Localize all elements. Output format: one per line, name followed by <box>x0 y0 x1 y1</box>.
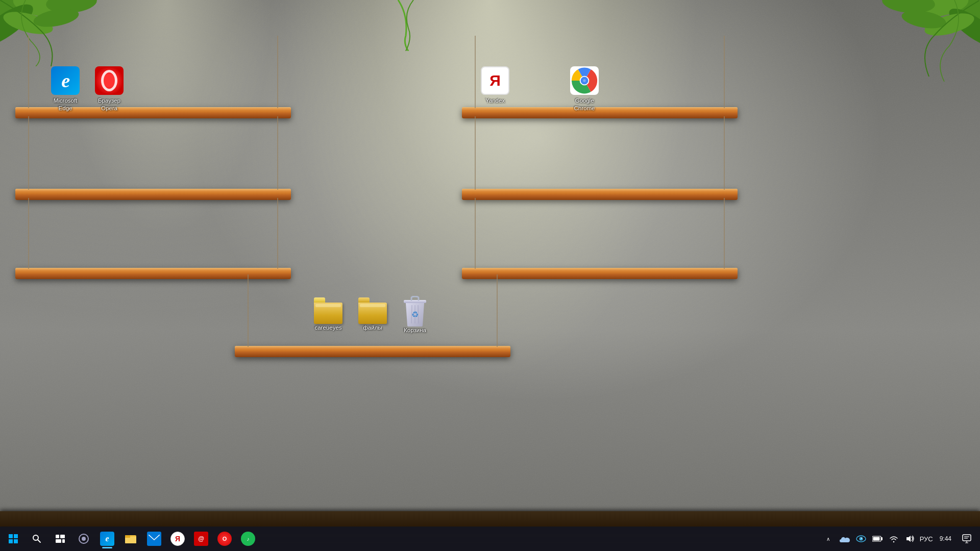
taskbar-yandex[interactable]: Я <box>166 528 189 550</box>
task-view-button[interactable] <box>49 528 71 550</box>
battery-icon[interactable] <box>870 528 885 550</box>
svg-rect-24 <box>9 539 13 543</box>
svg-rect-42 <box>881 537 883 540</box>
taskbar-yandex-mail[interactable]: @ <box>190 528 212 550</box>
leaves-top-left <box>0 0 112 66</box>
shelf-right-3 <box>462 268 738 279</box>
svg-point-2 <box>11 0 70 21</box>
svg-rect-17 <box>404 300 426 303</box>
shelf-right-2 <box>462 189 738 200</box>
svg-point-7 <box>929 0 980 31</box>
svg-rect-23 <box>14 534 18 538</box>
careueyes-tray-icon[interactable] <box>854 528 868 550</box>
taskbar-right-section: ∧ <box>817 528 980 550</box>
taskbar-opera[interactable]: O <box>213 528 236 550</box>
floor <box>0 511 980 527</box>
files-folder-img <box>358 297 387 324</box>
volume-icon[interactable] <box>903 528 917 550</box>
spotlight-left <box>51 0 281 255</box>
desktop: Microsoft Edge Браузер Opera Yandex <box>0 0 980 551</box>
wire-c1-right <box>497 274 498 347</box>
notification-center-button[interactable] <box>958 528 976 550</box>
taskbar-left-section: e <box>0 528 261 550</box>
yandex-icon[interactable]: Yandex <box>475 66 516 105</box>
shelf-center-1 <box>235 346 510 357</box>
taskbar-explorer[interactable] <box>119 528 142 550</box>
opera-icon-label: Браузер Opera <box>98 97 120 112</box>
svg-point-9 <box>881 0 936 15</box>
svg-rect-30 <box>56 539 61 543</box>
language-indicator[interactable]: РУС <box>919 528 934 550</box>
search-button[interactable] <box>26 528 48 550</box>
svg-rect-22 <box>9 534 13 538</box>
svg-marker-44 <box>906 536 911 542</box>
leaves-top-right <box>817 0 980 82</box>
svg-rect-31 <box>62 539 65 543</box>
wire-r2-right <box>724 116 725 190</box>
show-hidden-icons-button[interactable]: ∧ <box>821 528 836 550</box>
svg-point-16 <box>583 79 586 82</box>
taskbar-clock[interactable]: 9:44 <box>936 535 955 543</box>
google-chrome-icon[interactable]: Google Chrome <box>564 66 605 112</box>
wire-l1-left <box>28 36 29 108</box>
svg-point-8 <box>908 0 970 21</box>
edge-icon-img <box>51 66 80 95</box>
svg-text:♻: ♻ <box>411 310 419 319</box>
taskbar-mail[interactable] <box>143 528 165 550</box>
edge-icon-label: Microsoft Edge <box>54 97 78 112</box>
yandex-icon-img <box>481 66 509 95</box>
svg-point-4 <box>0 0 39 54</box>
cortana-button[interactable] <box>72 528 95 550</box>
careueyes-folder-icon[interactable]: careueyes <box>308 297 349 332</box>
clock-time: 9:44 <box>940 535 951 543</box>
wire-c1-left <box>248 274 249 347</box>
svg-point-6 <box>32 6 80 30</box>
wire-r3-left <box>475 198 476 269</box>
taskbar-edge[interactable]: e <box>96 528 118 550</box>
svg-point-12 <box>900 8 947 32</box>
svg-rect-29 <box>60 535 65 538</box>
wire-r1-right <box>724 36 725 108</box>
wire-l3-right <box>277 198 278 269</box>
careueyes-folder-img <box>314 297 342 324</box>
opera-browser-icon[interactable]: Браузер Opera <box>89 66 130 112</box>
recycle-bin-icon[interactable]: ♻ Корзина <box>395 296 435 334</box>
wire-l3-left <box>28 198 29 269</box>
svg-rect-45 <box>963 535 971 541</box>
svg-point-11 <box>922 9 976 40</box>
opera-icon-img <box>95 66 124 95</box>
recycle-bin-img: ♻ <box>401 296 429 327</box>
wire-r2-left <box>475 116 476 190</box>
svg-point-1 <box>0 0 48 30</box>
svg-point-3 <box>45 0 97 15</box>
taskbar-other[interactable]: ♪ <box>237 528 259 550</box>
svg-point-5 <box>1 8 55 39</box>
careueyes-label: careueyes <box>314 324 341 332</box>
shelf-left-2 <box>15 189 291 200</box>
svg-point-33 <box>82 537 86 541</box>
network-icon[interactable] <box>887 528 901 550</box>
start-button[interactable] <box>2 528 24 550</box>
chrome-icon-img <box>570 66 599 95</box>
taskbar: e <box>0 527 980 551</box>
wire-l2-left <box>28 116 29 190</box>
svg-rect-28 <box>56 535 59 538</box>
wire-r3-right <box>724 198 725 269</box>
wire-l1-right <box>277 36 278 108</box>
svg-rect-25 <box>14 539 18 543</box>
shelf-left-3 <box>15 268 291 279</box>
wire-l2-right <box>277 116 278 190</box>
svg-point-40 <box>861 538 862 539</box>
files-label: файлы <box>363 324 382 332</box>
files-folder-icon[interactable]: файлы <box>352 297 393 332</box>
yandex-icon-label: Yandex <box>485 97 505 105</box>
svg-point-10 <box>944 2 980 54</box>
svg-line-27 <box>38 540 40 542</box>
svg-point-39 <box>859 537 863 541</box>
microsoft-edge-icon[interactable]: Microsoft Edge <box>45 66 86 112</box>
vine-center <box>357 0 459 51</box>
chrome-icon-label: Google Chrome <box>574 97 595 112</box>
onedrive-tray-icon[interactable] <box>838 528 852 550</box>
svg-rect-36 <box>125 535 130 538</box>
recycle-bin-label: Корзина <box>404 327 426 334</box>
